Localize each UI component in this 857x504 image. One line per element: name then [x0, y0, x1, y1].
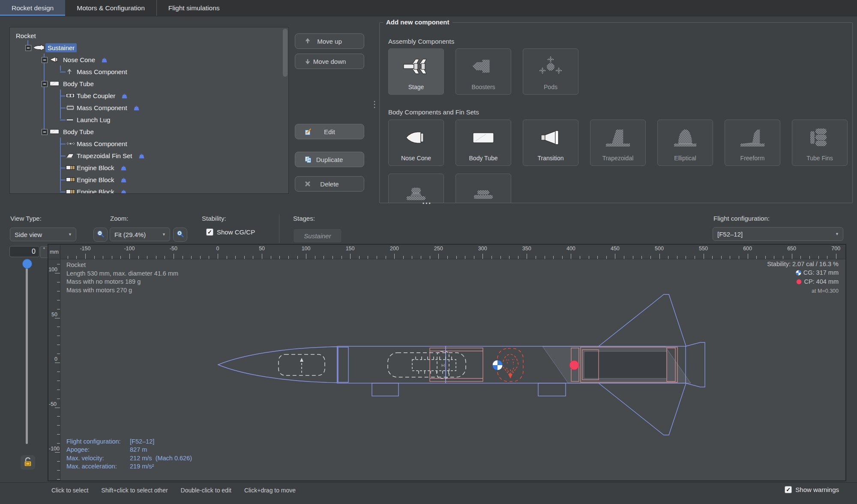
view-type-value: Side view [15, 231, 42, 238]
zoom-out-button[interactable] [93, 228, 108, 242]
flight-data-row: Flight configuration:[F52–12] [66, 438, 192, 446]
ruler-tick [129, 254, 130, 259]
tree-item-body-tube[interactable]: Body Tube [10, 78, 282, 89]
cp-legend-icon [796, 279, 802, 287]
tree-item-mass-component[interactable]: Mass Component [10, 66, 282, 77]
ruler-tick [474, 256, 474, 259]
move-up-button[interactable]: Move up [295, 33, 364, 49]
zoom-select[interactable]: Fit (29.4%) ▼ [110, 228, 170, 241]
rocket-view-canvas: mm -150-100-5005010015020025030035040045… [48, 245, 845, 480]
ruler-tick [809, 256, 810, 259]
ruler-tick [562, 256, 563, 259]
rotation-slider-thumb[interactable] [22, 259, 32, 269]
ruler-tick [57, 282, 60, 282]
lock-button[interactable] [21, 455, 35, 470]
fin-projection[interactable] [542, 346, 691, 383]
rotation-slider-track[interactable] [26, 261, 28, 444]
tree-scrollbar-thumb[interactable] [283, 29, 288, 77]
show-warnings-checkbox[interactable]: ✓ Show warnings [785, 486, 839, 493]
ruler-tick [57, 372, 60, 372]
cg-marker[interactable] [492, 360, 503, 370]
ruler-tick [94, 256, 95, 259]
body-mass-component[interactable] [388, 353, 466, 377]
rocket-drawing-area[interactable]: ⟨▪⟩ Ro [60, 259, 845, 480]
ruler-tick [377, 256, 377, 259]
mouse-hint: Shift+click to select other [101, 487, 168, 494]
tab-motors-configuration[interactable]: Motors & Configuration [65, 0, 156, 16]
add-stage-button[interactable]: Stage [388, 48, 444, 95]
fin-bottom[interactable] [599, 383, 686, 435]
fin-top[interactable] [599, 294, 686, 346]
zoom-in-button[interactable] [173, 228, 187, 242]
ruler-tick [200, 256, 201, 259]
cp-marker[interactable] [569, 360, 579, 370]
padlock-icon [22, 456, 34, 469]
nose-bulkhead[interactable] [338, 347, 348, 382]
tree-item-engine-block[interactable]: Engine Block [10, 174, 282, 185]
view-type-select[interactable]: Side view ▼ [10, 228, 76, 241]
show-warnings-label: Show warnings [795, 486, 839, 493]
flight-config-select[interactable]: [F52–12] ▼ [713, 227, 843, 241]
add-tube-fins-button: Tube Fins [792, 120, 848, 166]
ruler-label: 100 [48, 267, 57, 273]
ruler-tick [57, 434, 60, 435]
tree-expander-icon[interactable] [42, 57, 48, 63]
launch-lug-1[interactable] [372, 383, 399, 396]
delete-button[interactable]: Delete [295, 176, 364, 192]
tree-item-mass-component[interactable]: Mass Component [10, 102, 282, 113]
nose-cone-outline[interactable] [218, 347, 337, 383]
flight-data-row: Apogee:827 m [66, 446, 192, 454]
ruler-tick [55, 408, 60, 408]
rotation-input[interactable]: 0 [9, 246, 39, 257]
edit-button[interactable]: Edit [295, 124, 364, 139]
ruler-tick [342, 256, 342, 259]
tab-flight-simulations[interactable]: Flight simulations [156, 0, 231, 16]
ruler-label: 300 [478, 246, 487, 252]
rocket-name: Rocket [66, 261, 178, 270]
splitter-handle[interactable]: ⋮ [370, 102, 379, 106]
launch-lug-2[interactable] [538, 383, 566, 396]
tree-item-body-tube[interactable]: Body Tube [10, 126, 282, 137]
move-down-button[interactable]: Move down [295, 54, 364, 69]
tree-item-rocket[interactable]: Rocket [10, 30, 282, 41]
tree-item-sustainer[interactable]: Sustainer [10, 42, 282, 53]
duplicate-button[interactable]: Duplicate [295, 152, 364, 167]
tree-expander-icon[interactable] [42, 81, 48, 87]
chevron-down-icon: ▼ [162, 232, 166, 237]
tree-item-engine-block[interactable]: Engine Block [10, 162, 282, 173]
ruler-label: 0 [54, 356, 57, 362]
ruler-tick [597, 256, 598, 259]
panel-overflow-dots[interactable]: ••• [423, 201, 432, 207]
ruler-tick [386, 256, 386, 259]
tree-item-tube-coupler[interactable]: Tube Coupler [10, 90, 282, 101]
tree-item-launch-lug[interactable]: Launch Lug [10, 114, 282, 125]
component-button-label: Elliptical [674, 155, 696, 162]
stage-toggle-sustainer[interactable]: Sustainer [293, 228, 342, 243]
component-button-label: Transition [538, 155, 564, 162]
show-cgcp-checkbox[interactable]: ✓ Show CG/CP [206, 228, 255, 236]
add-boosters-button: Boosters [455, 48, 511, 95]
add-nose-cone-button[interactable]: Nose Cone [388, 120, 444, 166]
component-tree[interactable]: RocketSustainerNose ConeMass ComponentBo… [9, 27, 289, 194]
tree-item-trapezoidal-fin-set[interactable]: Trapezoidal Fin Set [10, 150, 282, 161]
ruler-tick [165, 256, 165, 259]
tree-expander-icon[interactable] [42, 129, 48, 135]
ruler-tick [553, 256, 554, 259]
tree-item-engine-block[interactable]: Engine Block [10, 186, 282, 194]
tree-item-label: Engine Block [75, 163, 117, 172]
ruler-tick [183, 256, 183, 259]
body-tube-1-outline[interactable] [337, 346, 446, 383]
tree-expander-icon[interactable] [25, 45, 31, 51]
tree-item-nose-cone[interactable]: Nose Cone [10, 54, 282, 65]
add-body-tube-button[interactable]: Body Tube [455, 120, 511, 166]
rotation-unit-button[interactable]: ° [40, 246, 48, 258]
zoom-in-icon [176, 230, 184, 240]
mass-override-badge-icon [120, 165, 127, 171]
tree-item-mass-component[interactable]: Mass Component [10, 138, 282, 149]
ruler-tick [57, 345, 60, 345]
add-transition-button[interactable]: Transition [523, 120, 578, 166]
ruler-tick [333, 256, 333, 259]
ruler-tick [147, 256, 147, 259]
ruler-tick [589, 256, 589, 259]
tab-rocket-design[interactable]: Rocket design [0, 0, 65, 16]
